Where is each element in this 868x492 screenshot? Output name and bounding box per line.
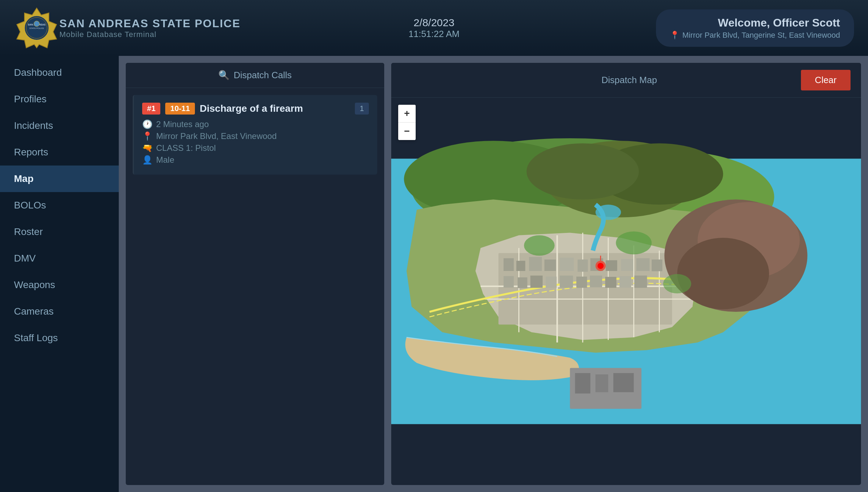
svg-rect-48 (590, 276, 602, 287)
dispatch-header: 🔍 Dispatch Calls (126, 63, 384, 88)
svg-point-54 (616, 232, 651, 255)
svg-point-26 (526, 144, 639, 200)
sidebar: Dashboard Profiles Incidents Reports Map… (0, 56, 119, 492)
sidebar-item-cameras[interactable]: Cameras (0, 298, 119, 325)
svg-rect-42 (504, 276, 514, 288)
call-title: Discharge of a firearm (200, 103, 350, 114)
svg-rect-46 (560, 276, 573, 288)
call-unit-count: 1 (355, 103, 369, 115)
zoom-out-button[interactable]: − (398, 123, 416, 140)
call-location: 📍 Mirror Park Blvd, East Vinewood (142, 131, 369, 141)
map-svg (391, 98, 861, 485)
call-location-text: Mirror Park Blvd, East Vinewood (156, 131, 277, 141)
org-name: SAN ANDREAS STATE POLICE (59, 17, 241, 30)
officer-location: 📍 Mirror Park Blvd, Tangerine St, East V… (670, 31, 840, 40)
current-date: 2/8/2023 (409, 17, 460, 29)
dispatch-search-icon: 🔍 (218, 70, 229, 81)
sidebar-item-dmv[interactable]: DMV (0, 245, 119, 272)
svg-rect-35 (560, 258, 574, 271)
svg-rect-39 (621, 259, 633, 271)
org-subtitle: Mobile Database Terminal (59, 30, 241, 39)
agency-badge: SAN ANDREAS STATE POLICE (14, 5, 59, 51)
svg-rect-47 (576, 277, 587, 288)
map-content: + − (391, 98, 861, 485)
sidebar-item-map[interactable]: Map (0, 166, 119, 192)
map-header: Dispatch Map Clear (391, 63, 861, 98)
svg-rect-51 (634, 276, 647, 288)
call-time: 🕐 2 Minutes ago (142, 119, 369, 129)
call-card-header: #1 10-11 Discharge of a firearm 1 (142, 103, 369, 115)
content-area: 🔍 Dispatch Calls #1 10-11 Discharge of a… (119, 56, 868, 492)
map-title: Dispatch Map (458, 75, 801, 86)
call-code-badge: 10-11 (165, 103, 195, 115)
sidebar-item-roster[interactable]: Roster (0, 219, 119, 245)
svg-rect-31 (504, 258, 514, 271)
call-weapon-text: CLASS 1: Pistol (156, 143, 216, 153)
svg-rect-28 (575, 373, 590, 393)
sidebar-item-dashboard[interactable]: Dashboard (0, 59, 119, 86)
svg-rect-32 (516, 261, 525, 271)
svg-point-5 (34, 21, 39, 27)
main-layout: Dashboard Profiles Incidents Reports Map… (0, 56, 868, 492)
map-zoom-controls: + − (398, 105, 416, 140)
call-gender: 👤 Male (142, 155, 369, 165)
header-datetime: 2/8/2023 11:51:22 AM (409, 17, 460, 39)
svg-rect-33 (529, 257, 542, 271)
svg-rect-38 (606, 260, 617, 271)
sidebar-item-reports[interactable]: Reports (0, 139, 119, 166)
svg-rect-34 (545, 259, 556, 271)
current-time: 11:51:22 AM (409, 29, 460, 39)
sidebar-label-map: Map (14, 173, 34, 184)
svg-point-57 (598, 263, 604, 269)
svg-rect-36 (578, 259, 588, 272)
officer-info: Welcome, Officer Scott 📍 Mirror Park Blv… (656, 9, 854, 47)
weapon-icon: 🔫 (142, 143, 153, 153)
location-text: Mirror Park Blvd, Tangerine St, East Vin… (682, 31, 840, 40)
sidebar-label-incidents: Incidents (14, 120, 53, 131)
call-time-text: 2 Minutes ago (156, 119, 209, 129)
location-icon: 📍 (142, 131, 153, 141)
call-number-badge: #1 (142, 103, 160, 115)
sidebar-label-bolos: BOLOs (14, 200, 46, 211)
sidebar-item-incidents[interactable]: Incidents (0, 112, 119, 139)
header-title-block: SAN ANDREAS STATE POLICE Mobile Database… (59, 17, 241, 39)
sidebar-label-profiles: Profiles (14, 94, 46, 104)
call-card[interactable]: #1 10-11 Discharge of a firearm 1 🕐 2 Mi… (133, 95, 377, 175)
svg-rect-43 (518, 277, 527, 288)
sidebar-label-dmv: DMV (14, 253, 36, 264)
svg-point-23 (677, 238, 769, 309)
clear-button[interactable]: Clear (801, 70, 851, 90)
svg-point-55 (663, 274, 691, 294)
welcome-message: Welcome, Officer Scott (670, 16, 840, 29)
sidebar-label-staff-logs: Staff Logs (14, 332, 58, 343)
svg-rect-49 (605, 277, 617, 288)
dispatch-panel: 🔍 Dispatch Calls #1 10-11 Discharge of a… (126, 63, 384, 485)
sidebar-label-weapons: Weapons (14, 279, 55, 290)
header: SAN ANDREAS STATE POLICE SAN ANDREAS STA… (0, 0, 868, 56)
sidebar-item-staff-logs[interactable]: Staff Logs (0, 325, 119, 351)
svg-rect-29 (596, 374, 608, 392)
clock-icon: 🕐 (142, 119, 153, 129)
sidebar-item-bolos[interactable]: BOLOs (0, 192, 119, 219)
person-icon: 👤 (142, 155, 153, 165)
map-panel: Dispatch Map Clear (391, 63, 861, 485)
sidebar-label-cameras: Cameras (14, 306, 54, 317)
svg-point-52 (596, 205, 621, 220)
sidebar-item-weapons[interactable]: Weapons (0, 272, 119, 298)
call-gender-text: Male (156, 155, 174, 165)
svg-text:STATE POLICE: STATE POLICE (29, 27, 44, 29)
sidebar-label-roster: Roster (14, 226, 43, 237)
sidebar-label-dashboard: Dashboard (14, 67, 62, 78)
sidebar-item-profiles[interactable]: Profiles (0, 86, 119, 112)
sidebar-label-reports: Reports (14, 147, 48, 157)
svg-rect-40 (636, 258, 650, 271)
svg-rect-44 (530, 276, 542, 288)
dispatch-title: Dispatch Calls (234, 70, 292, 81)
svg-rect-45 (546, 277, 556, 288)
zoom-in-button[interactable]: + (398, 105, 416, 122)
location-pin-icon: 📍 (670, 31, 679, 40)
svg-rect-50 (619, 276, 631, 288)
svg-rect-30 (613, 373, 634, 392)
svg-rect-41 (652, 259, 663, 271)
call-weapon: 🔫 CLASS 1: Pistol (142, 143, 369, 153)
